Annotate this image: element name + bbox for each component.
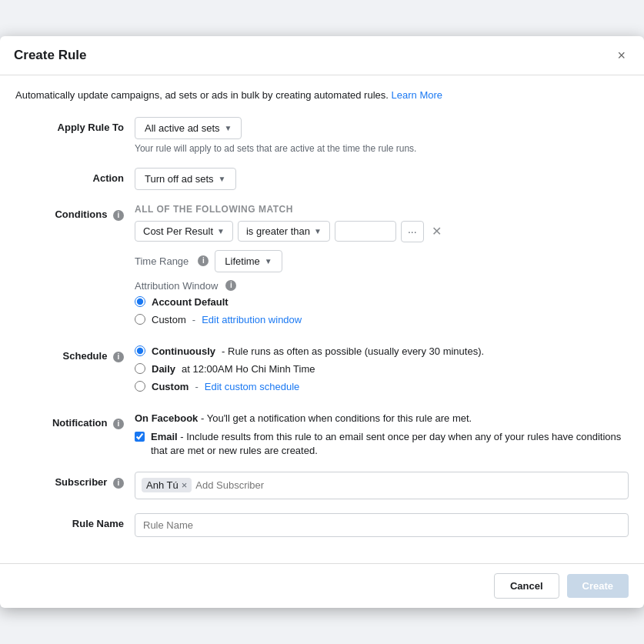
- attribution-account-default-option: Account Default: [135, 296, 629, 308]
- schedule-custom-radio[interactable]: [135, 381, 145, 392]
- subscriber-tag: Anh Tú ×: [142, 478, 192, 492]
- description-text: Automatically update campaigns, ad sets …: [15, 88, 629, 103]
- attribution-custom-option: Custom - Edit attribution window: [135, 314, 629, 325]
- schedule-continuously-label: Continuously: [152, 345, 215, 357]
- condition-row-1: Cost Per Result ▼ is greater than ▼ ··· …: [135, 221, 629, 242]
- dialog-header: Create Rule ×: [0, 36, 644, 75]
- condition-operator-dropdown[interactable]: is greater than ▼: [238, 221, 330, 242]
- edit-attribution-link[interactable]: Edit attribution window: [202, 314, 302, 325]
- time-range-dropdown[interactable]: Lifetime ▼: [215, 250, 282, 272]
- condition-operator-arrow: ▼: [314, 227, 322, 235]
- apply-rule-dropdown-arrow: ▼: [225, 124, 232, 132]
- apply-rule-label: Apply Rule To: [15, 117, 135, 133]
- schedule-custom-label: Custom: [152, 381, 189, 392]
- notification-info-icon[interactable]: i: [113, 419, 124, 429]
- schedule-content: Continuously - Rule runs as often as pos…: [135, 345, 629, 399]
- dialog-body: Automatically update campaigns, ad sets …: [0, 75, 644, 563]
- condition-more-button[interactable]: ···: [401, 221, 424, 242]
- action-dropdown-arrow: ▼: [219, 175, 226, 183]
- rule-name-input[interactable]: [135, 513, 629, 537]
- apply-rule-content: All active ad sets ▼ Your rule will appl…: [135, 117, 629, 154]
- close-button[interactable]: ×: [612, 47, 630, 64]
- rule-name-label: Rule Name: [15, 513, 135, 529]
- subscriber-input-wrap[interactable]: Anh Tú ×: [135, 472, 629, 499]
- condition-field-dropdown[interactable]: Cost Per Result ▼: [135, 221, 233, 242]
- create-rule-dialog: Create Rule × Automatically update campa…: [0, 36, 644, 608]
- schedule-daily-radio[interactable]: [135, 363, 145, 374]
- attribution-info-icon[interactable]: i: [225, 280, 236, 291]
- apply-rule-row: Apply Rule To All active ad sets ▼ Your …: [15, 117, 629, 154]
- rule-name-row: Rule Name: [15, 513, 629, 537]
- schedule-continuously-desc: - Rule runs as often as possible (usuall…: [222, 345, 484, 357]
- schedule-daily-label: Daily: [152, 363, 175, 375]
- subscriber-row: Subscriber i Anh Tú ×: [15, 472, 629, 499]
- schedule-continuously-option: Continuously - Rule runs as often as pos…: [135, 345, 484, 357]
- schedule-info-icon[interactable]: i: [113, 352, 124, 362]
- notification-email-row: Email - Include results from this rule t…: [135, 430, 629, 458]
- schedule-continuously-radio[interactable]: [135, 345, 145, 356]
- edit-schedule-link[interactable]: Edit custom schedule: [205, 381, 300, 392]
- action-dropdown[interactable]: Turn off ad sets ▼: [135, 168, 236, 190]
- schedule-options: Continuously - Rule runs as often as pos…: [135, 345, 484, 399]
- schedule-label: Schedule i: [15, 345, 135, 362]
- action-label: Action: [15, 168, 135, 184]
- conditions-info-icon[interactable]: i: [113, 210, 124, 221]
- attribution-custom-label: Custom: [152, 314, 186, 325]
- schedule-daily-option: Daily at 12:00AM Ho Chi Minh Time: [135, 363, 484, 375]
- time-range-label: Time Range: [135, 255, 189, 267]
- attribution-dash: -: [192, 314, 195, 325]
- apply-rule-dropdown[interactable]: All active ad sets ▼: [135, 117, 242, 139]
- rule-name-content: [135, 513, 629, 537]
- conditions-content: ALL of the following match Cost Per Resu…: [135, 204, 629, 332]
- notification-content: On Facebook - You'll get a notification …: [135, 412, 629, 458]
- notification-label: Notification i: [15, 412, 135, 429]
- subscriber-tag-remove-button[interactable]: ×: [182, 480, 188, 490]
- notification-on-facebook: On Facebook - You'll get a notification …: [135, 412, 629, 424]
- subscriber-info-icon[interactable]: i: [113, 478, 124, 489]
- subscriber-tag-name: Anh Tú: [146, 479, 179, 491]
- notification-email-checkbox[interactable]: [135, 432, 145, 442]
- action-row: Action Turn off ad sets ▼: [15, 168, 629, 190]
- condition-value-input[interactable]: [335, 221, 396, 242]
- schedule-custom-dash: -: [195, 381, 198, 392]
- subscriber-input[interactable]: [195, 479, 622, 491]
- subscriber-label: Subscriber i: [15, 472, 135, 489]
- schedule-daily-desc: at 12:00AM Ho Chi Minh Time: [182, 363, 315, 375]
- attribution-window-row: Attribution Window i Account Default Cus…: [135, 280, 629, 325]
- schedule-custom-option: Custom - Edit custom schedule: [135, 381, 484, 392]
- apply-rule-helper: Your rule will apply to ad sets that are…: [135, 143, 629, 154]
- condition-remove-button[interactable]: ✕: [429, 222, 445, 240]
- attribution-account-default-label: Account Default: [152, 296, 229, 308]
- condition-field-arrow: ▼: [217, 227, 225, 235]
- action-content: Turn off ad sets ▼: [135, 168, 629, 190]
- time-range-row: Time Range i Lifetime ▼: [135, 250, 629, 272]
- time-range-info-icon[interactable]: i: [198, 255, 209, 266]
- create-button[interactable]: Create: [567, 574, 629, 598]
- schedule-row: Schedule i Continuously - Rule runs as o…: [15, 345, 629, 399]
- attribution-label: Attribution Window: [135, 280, 218, 292]
- dialog-title: Create Rule: [14, 48, 86, 63]
- cancel-button[interactable]: Cancel: [494, 573, 559, 599]
- learn-more-link[interactable]: Learn More: [392, 89, 442, 101]
- attribution-custom-radio[interactable]: [135, 314, 145, 325]
- notification-email-text: Email - Include results from this rule t…: [151, 430, 629, 458]
- notification-row: Notification i On Facebook - You'll get …: [15, 412, 629, 458]
- conditions-match-text: ALL of the following match: [135, 204, 629, 215]
- subscriber-content: Anh Tú ×: [135, 472, 629, 499]
- time-range-arrow: ▼: [265, 257, 272, 265]
- dialog-footer: Cancel Create: [0, 563, 644, 608]
- conditions-row: Conditions i ALL of the following match …: [15, 204, 629, 332]
- attribution-account-default-radio[interactable]: [135, 296, 145, 307]
- conditions-label: Conditions i: [15, 204, 135, 221]
